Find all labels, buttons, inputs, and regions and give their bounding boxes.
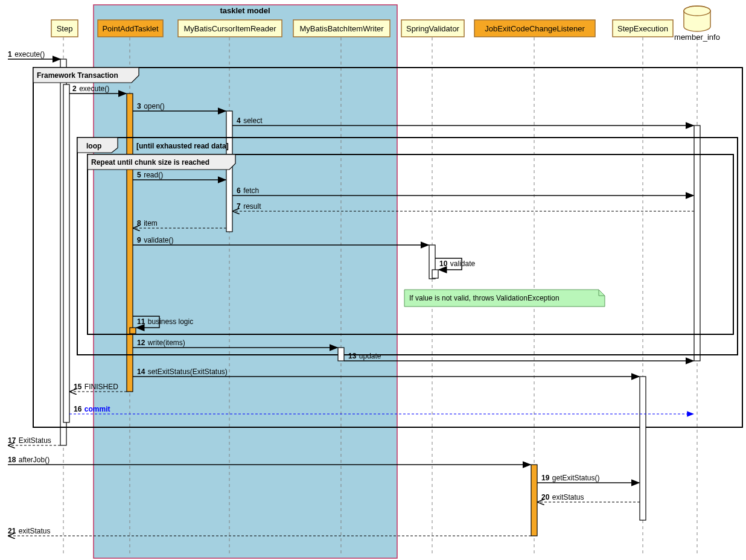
msg14-label: 14 setExitStatus(ExitStatus) bbox=[137, 366, 228, 376]
msg11-label: 11 business logic bbox=[137, 316, 193, 326]
participant-writer-label: MyBatisBatchItemWriter bbox=[299, 24, 384, 33]
msg8-label: 8 item bbox=[137, 217, 158, 228]
msg6-label: 6 fetch bbox=[237, 185, 259, 195]
activation-writer bbox=[338, 348, 344, 361]
activation-reader1 bbox=[226, 111, 232, 232]
msg20-label: 20 exitStatus bbox=[541, 491, 584, 501]
activation-listener bbox=[531, 465, 537, 536]
activation-validator-self bbox=[432, 270, 438, 278]
activation-db1 bbox=[694, 126, 700, 361]
frame-loop-label: loop bbox=[86, 142, 101, 150]
msg10-label: 10 validate bbox=[439, 258, 476, 268]
region-title: tasklet model bbox=[220, 6, 270, 15]
msg5-label: 5 read() bbox=[137, 169, 163, 179]
msg3-label: 3 open() bbox=[137, 100, 165, 110]
note-text: If value is not valid, throws Validation… bbox=[409, 294, 560, 302]
participant-stepexec-label: StepExecution bbox=[617, 24, 668, 33]
frame-loop-cond: [until exhausted read data] bbox=[136, 142, 229, 150]
msg7-label: 7 result bbox=[237, 200, 261, 211]
msg12-label: 12 write(items) bbox=[137, 337, 185, 347]
msg4-label: 4 select bbox=[237, 115, 263, 125]
msg16-label: 16 commit bbox=[74, 403, 110, 413]
frame-repeat-label: Repeat until chunk size is reached bbox=[91, 158, 209, 167]
activation-tasklet bbox=[127, 94, 133, 392]
msg9-label: 9 validate() bbox=[137, 234, 174, 244]
participant-step-label: Step bbox=[57, 24, 73, 33]
participant-db-label: member_info bbox=[674, 33, 720, 42]
msg13-label: 13 update bbox=[348, 350, 381, 360]
sequence-diagram: tasklet model Step PointAddTasklet MyBat… bbox=[0, 0, 746, 560]
participant-listener-label: JobExitCodeChangeListener bbox=[485, 24, 585, 33]
msg18-label: 18 afterJob() bbox=[8, 454, 49, 464]
participant-reader-label: MyBatisCursorItemReader bbox=[183, 24, 276, 33]
activation-stepexec bbox=[640, 377, 646, 520]
msg21-label: 21 exitStatus bbox=[8, 525, 51, 535]
msg15-label: 15 FINISHED bbox=[74, 381, 118, 391]
tasklet-region bbox=[94, 5, 397, 558]
msg1-label: 1 execute() bbox=[8, 48, 45, 59]
activation-tasklet-self bbox=[130, 328, 136, 334]
msg17-label: 17 ExitStatus bbox=[8, 434, 51, 445]
msg2-label: 2 execute() bbox=[72, 83, 109, 93]
msg19-label: 19 getExitStatus() bbox=[541, 472, 600, 482]
participant-tasklet-label: PointAddTasklet bbox=[102, 24, 159, 33]
frame-framework-label: Framework Transaction bbox=[37, 71, 118, 80]
participant-validator-label: SpringValidator bbox=[406, 24, 460, 33]
activation-step2 bbox=[63, 84, 69, 422]
